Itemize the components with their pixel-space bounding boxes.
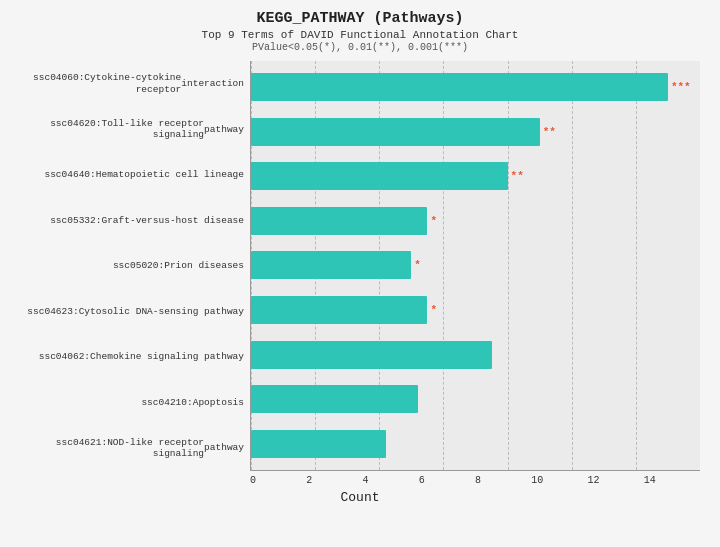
chart-subtitle2: PValue<0.05(*), 0.01(**), 0.001(***) [20, 42, 700, 53]
bar-3: * [251, 207, 427, 235]
y-label-6: ssc04062:Chemokine signaling pathway [39, 335, 244, 379]
y-label-2: ssc04640:Hematopoietic cell lineage [44, 153, 244, 197]
bar-row-6 [251, 337, 700, 373]
bar-6 [251, 341, 492, 369]
chart-area: ssc04060:Cytokine-cytokine receptorinter… [20, 61, 700, 471]
chart-container: KEGG_PATHWAY (Pathways) Top 9 Terms of D… [0, 0, 720, 547]
significance-label-2: ** [511, 170, 524, 182]
significance-label-3: * [430, 215, 437, 227]
y-label-5: ssc04623:Cytosolic DNA-sensing pathway [27, 290, 244, 334]
y-label-3: ssc05332:Graft-versus-host disease [50, 198, 244, 242]
bars-wrapper: ********** [251, 61, 700, 470]
bar-4: * [251, 251, 411, 279]
bar-5: * [251, 296, 427, 324]
y-labels: ssc04060:Cytokine-cytokine receptorinter… [20, 61, 250, 471]
x-tick-0: 0 [250, 475, 306, 486]
y-label-1: ssc04620:Toll-like receptor signalingpat… [20, 107, 244, 151]
bar-row-0: *** [251, 69, 700, 105]
y-label-4: ssc05020:Prion diseases [113, 244, 244, 288]
bar-row-7 [251, 381, 700, 417]
significance-label-4: * [414, 259, 421, 271]
x-tick-1: 2 [306, 475, 362, 486]
x-tick-7: 14 [644, 475, 700, 486]
chart-title: KEGG_PATHWAY (Pathways) [20, 10, 700, 27]
bar-row-8 [251, 426, 700, 462]
x-tick-2: 4 [363, 475, 419, 486]
chart-subtitle: Top 9 Terms of DAVID Functional Annotati… [20, 29, 700, 41]
bar-1: ** [251, 118, 540, 146]
significance-label-1: ** [543, 126, 556, 138]
bar-8 [251, 430, 386, 458]
bar-2: ** [251, 162, 508, 190]
bar-7 [251, 385, 418, 413]
x-tick-4: 8 [475, 475, 531, 486]
y-label-8: ssc04621:NOD-like receptor signalingpath… [20, 426, 244, 470]
x-tick-3: 6 [419, 475, 475, 486]
y-label-0: ssc04060:Cytokine-cytokine receptorinter… [20, 62, 244, 106]
y-label-7: ssc04210:Apoptosis [141, 381, 244, 425]
bar-0: *** [251, 73, 668, 101]
significance-label-0: *** [671, 81, 691, 93]
bars-area: ********** [250, 61, 700, 471]
bar-row-2: ** [251, 158, 700, 194]
bar-row-1: ** [251, 114, 700, 150]
bar-row-4: * [251, 247, 700, 283]
bar-row-5: * [251, 292, 700, 328]
x-tick-5: 10 [531, 475, 587, 486]
bar-row-3: * [251, 203, 700, 239]
x-tick-6: 12 [588, 475, 644, 486]
x-axis-title: Count [20, 490, 700, 505]
x-axis-labels: 02468101214 [250, 471, 700, 486]
significance-label-5: * [430, 304, 437, 316]
